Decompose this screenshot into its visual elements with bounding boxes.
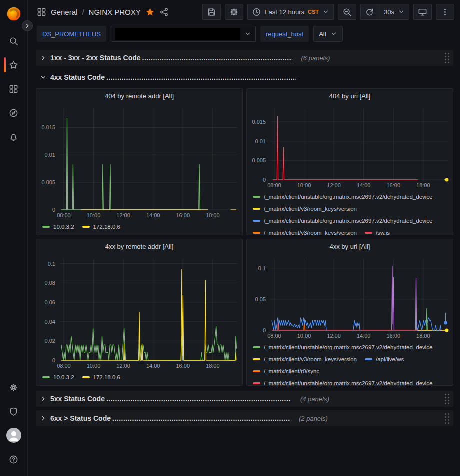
legend-item[interactable]: 10.0.3.2 bbox=[42, 371, 74, 383]
sidebar-item-search[interactable] bbox=[0, 29, 28, 53]
legend-item[interactable]: /api/live/ws bbox=[365, 353, 404, 365]
svg-text:18:00: 18:00 bbox=[416, 333, 430, 339]
legend-item[interactable]: 172.18.0.6 bbox=[82, 371, 120, 383]
timeseries-chart[interactable]: 08:0010:0012:0014:0016:0018:0000.0050.01… bbox=[247, 104, 453, 190]
sidebar-item-dashboards[interactable] bbox=[0, 77, 28, 101]
svg-text:0.015: 0.015 bbox=[41, 124, 55, 130]
sidebar-expand-button[interactable] bbox=[22, 20, 33, 31]
panel-title[interactable]: 4xx by remote addr [All] bbox=[36, 239, 242, 254]
breadcrumb-folder[interactable]: General bbox=[51, 8, 77, 16]
gear-icon bbox=[229, 7, 239, 17]
svg-text:0.01: 0.01 bbox=[45, 152, 55, 158]
svg-text:08:00: 08:00 bbox=[267, 182, 281, 188]
question-circle-icon bbox=[9, 455, 18, 464]
variable-label-request-host[interactable]: request_host bbox=[260, 26, 309, 42]
variable-dropdown-datasource[interactable] bbox=[111, 26, 256, 42]
sidebar-item-profile[interactable] bbox=[0, 423, 28, 447]
monitor-icon bbox=[418, 7, 427, 17]
svg-text:0: 0 bbox=[263, 327, 266, 333]
legend-label: /_matrix/client/unstable/org.matrix.msc2… bbox=[264, 344, 433, 350]
panel-title[interactable]: 404 by remote addr [All] bbox=[36, 89, 242, 104]
svg-text:08:00: 08:00 bbox=[267, 333, 281, 339]
sidebar-item-help[interactable] bbox=[0, 447, 28, 471]
legend-item[interactable]: /_matrix/client/r0/sync bbox=[253, 365, 319, 377]
refresh-interval-label: 30s bbox=[384, 8, 394, 16]
panel-404-by-remote-addr: 404 by remote addr [All] 08:0010:0012:00… bbox=[36, 88, 243, 235]
series-color-swatch bbox=[253, 382, 260, 384]
legend-item[interactable]: /_matrix/client/unstable/org.matrix.msc2… bbox=[253, 341, 433, 353]
variable-label-ds-prometheus[interactable]: DS_PROMETHEUS bbox=[37, 26, 106, 42]
svg-text:0.06: 0.06 bbox=[45, 299, 55, 305]
main-content: General / NGINX PROXY L bbox=[28, 0, 460, 476]
legend-item[interactable]: /_matrix/client/unstable/org.matrix.msc2… bbox=[253, 377, 433, 385]
legend-item[interactable]: /_matrix/client/v3/room_keys/version bbox=[253, 203, 357, 215]
row-1xx-3xx-2xx-status-code[interactable]: 1xx - 3xx - 2xx Status Code ............… bbox=[36, 50, 453, 66]
save-icon bbox=[207, 7, 216, 17]
panel-legend: 10.0.3.2172.18.0.6 bbox=[36, 220, 242, 235]
legend-item[interactable]: /_matrix/client/unstable/org.matrix.msc2… bbox=[253, 215, 433, 227]
chevron-right-icon bbox=[40, 415, 47, 422]
time-range-picker[interactable]: Last 12 hours CST bbox=[247, 4, 334, 20]
row-5xx-status-code[interactable]: 5xx Status Code ........................… bbox=[36, 391, 453, 407]
share-icon[interactable] bbox=[159, 7, 169, 17]
legend-label: 172.18.0.6 bbox=[93, 374, 120, 380]
legend-item[interactable]: /_matrix/client/v3/room_keys/version bbox=[253, 227, 357, 235]
search-icon bbox=[9, 36, 18, 46]
legend-item[interactable]: 10.0.3.2 bbox=[42, 221, 74, 233]
save-dashboard-button[interactable] bbox=[202, 4, 221, 20]
row-drag-handle[interactable] bbox=[445, 53, 449, 63]
series-color-swatch bbox=[82, 376, 90, 378]
row-drag-handle[interactable] bbox=[445, 413, 449, 424]
panel-title[interactable]: 4xx by uri [All] bbox=[247, 239, 453, 254]
grafana-logo-icon[interactable] bbox=[6, 6, 22, 22]
svg-text:0: 0 bbox=[263, 177, 266, 183]
sidebar-item-explore[interactable] bbox=[0, 101, 28, 125]
row-drag-handle[interactable] bbox=[445, 394, 449, 404]
row-title-dots: ........................................… bbox=[142, 54, 292, 62]
dashboard-settings-button[interactable] bbox=[225, 4, 243, 20]
timeseries-chart[interactable]: 08:0010:0012:0014:0016:0018:0000.0050.01… bbox=[36, 104, 242, 220]
timeseries-chart[interactable]: 08:0010:0012:0014:0016:0018:0000.050.1 bbox=[247, 254, 453, 340]
sidebar-item-starred[interactable] bbox=[0, 53, 28, 77]
svg-text:14:00: 14:00 bbox=[146, 212, 160, 218]
svg-text:14:00: 14:00 bbox=[357, 182, 371, 188]
panel-404-by-uri: 404 by uri [All] 08:0010:0012:0014:0016:… bbox=[246, 88, 453, 235]
legend-label: /_matrix/client/r0/sync bbox=[264, 368, 319, 374]
row-6xx-status-code[interactable]: 6xx > Status Code ......................… bbox=[36, 410, 453, 426]
legend-label: 10.0.3.2 bbox=[53, 224, 74, 230]
legend-item[interactable]: /_matrix/client/unstable/org.matrix.msc2… bbox=[253, 191, 433, 203]
favorite-star-icon[interactable] bbox=[145, 7, 155, 17]
svg-text:10:00: 10:00 bbox=[87, 212, 101, 218]
breadcrumb-dashboard-title[interactable]: NGINX PROXY bbox=[89, 8, 141, 16]
clock-icon bbox=[252, 7, 261, 17]
svg-text:16:00: 16:00 bbox=[386, 333, 400, 339]
chevron-down-icon bbox=[322, 8, 329, 15]
dashboards-grid-icon bbox=[9, 84, 18, 94]
legend-item[interactable]: 172.18.0.6 bbox=[82, 221, 120, 233]
series-color-swatch bbox=[42, 376, 50, 378]
sidebar-item-configuration[interactable] bbox=[0, 375, 28, 399]
zoom-out-time-button[interactable] bbox=[338, 4, 356, 20]
sidebar-item-server-admin[interactable] bbox=[0, 399, 28, 423]
chevron-right-icon bbox=[40, 395, 47, 402]
series-color-swatch bbox=[253, 220, 260, 222]
panels-grid: 404 by remote addr [All] 08:0010:0012:00… bbox=[36, 88, 453, 386]
series-color-swatch bbox=[82, 226, 90, 228]
row-title: 4xx Status Code bbox=[50, 73, 105, 81]
sidebar-item-alerting[interactable] bbox=[0, 125, 28, 149]
refresh-picker[interactable]: 30s bbox=[360, 4, 409, 20]
cycle-view-mode-button[interactable] bbox=[413, 4, 432, 20]
row-4xx-status-code[interactable]: 4xx Status Code ........................… bbox=[36, 69, 453, 85]
shield-icon bbox=[9, 407, 18, 416]
kebab-menu-icon bbox=[440, 7, 450, 17]
legend-item[interactable]: /sw.js bbox=[365, 227, 390, 235]
legend-item[interactable]: /_matrix/client/v3/room_keys/version bbox=[253, 353, 357, 365]
timeseries-chart[interactable]: 08:0010:0012:0014:0016:0018:0000.020.040… bbox=[36, 254, 242, 370]
svg-text:16:00: 16:00 bbox=[176, 363, 190, 369]
panel-title[interactable]: 404 by uri [All] bbox=[247, 89, 453, 104]
variables-bar: DS_PROMETHEUS request_host All bbox=[28, 24, 460, 46]
more-options-button[interactable] bbox=[436, 4, 454, 20]
svg-text:0.005: 0.005 bbox=[41, 179, 55, 185]
compass-icon bbox=[9, 108, 18, 118]
variable-dropdown-request-host[interactable]: All bbox=[313, 26, 342, 42]
